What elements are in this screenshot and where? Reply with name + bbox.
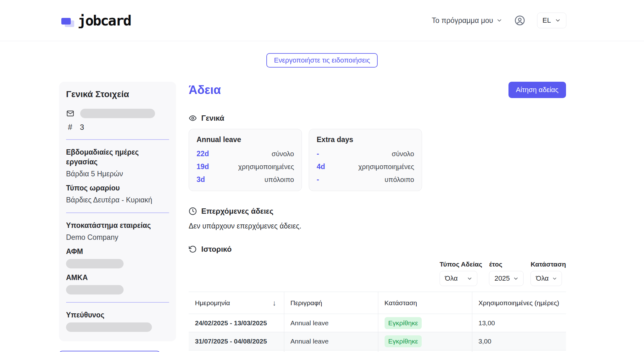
- enable-notifications-button[interactable]: Ενεργοποιήστε τις ειδοποιήσεις: [266, 53, 378, 68]
- top-navigation-bar: jobcard Το πρόγραμμα μου EL: [0, 0, 644, 41]
- remaining-label: υπόλοιπο: [264, 176, 294, 184]
- leave-type-filter-label: Τύπος Αδείας: [440, 261, 482, 268]
- total-value: -: [317, 150, 319, 158]
- main-header: Άδεια Αίτηση αδείας: [189, 82, 566, 98]
- redacted-amka-value: [66, 285, 124, 294]
- used-value: 4d: [317, 162, 325, 171]
- column-header-date[interactable]: Ημερομηνία ↓: [189, 292, 284, 314]
- total-label: σύνολο: [272, 150, 294, 158]
- schedule-type-label: Τύπος ωραρίου: [66, 183, 169, 193]
- column-header-status: Κατάσταση: [378, 292, 472, 314]
- year-select-value: 2025: [494, 274, 510, 283]
- general-section-heading: Γενικά: [189, 114, 566, 123]
- chevron-down-icon: [552, 276, 558, 282]
- table-header-row: Ημερομηνία ↓ Περιγραφή Κατάσταση Χρησιμο…: [189, 292, 566, 314]
- remaining-label: υπόλοιπο: [385, 176, 414, 184]
- divider: [66, 302, 169, 303]
- stat-row: - υπόλοιπο: [317, 175, 414, 184]
- leave-description: Extra days: [284, 350, 378, 352]
- program-menu[interactable]: Το πρόγραμμα μου: [432, 16, 502, 25]
- notification-row: Ενεργοποιήστε τις ειδοποιήσεις: [0, 53, 644, 68]
- chevron-down-icon: [513, 276, 519, 282]
- divider: [66, 139, 169, 140]
- leave-description: Annual leave: [284, 314, 378, 332]
- date-column-label: Ημερομηνία: [195, 299, 230, 307]
- days-used-value: 13,00: [472, 314, 566, 332]
- general-info-card: Γενικά Στοιχεία # 3 Εβδομαδιαίες ημέρες …: [59, 82, 176, 341]
- stat-row: 4d χρησιμοποιημένες: [317, 162, 414, 171]
- create-qr-code-button[interactable]: Δημιουργία QR code: [59, 351, 160, 352]
- status-badge-approved: Εγκρίθηκε: [385, 335, 422, 347]
- leave-type-filter: Τύπος Αδείας Όλα: [440, 261, 482, 286]
- language-selector[interactable]: EL: [537, 13, 566, 28]
- stat-row: 19d χρησιμοποιημένες: [197, 162, 294, 171]
- weekly-days-label: Εβδομαδιαίες ημέρες εργασίας: [66, 147, 169, 167]
- redacted-afm-value: [66, 259, 124, 268]
- used-value: 19d: [197, 162, 209, 171]
- status-select-value: Όλα: [536, 274, 548, 283]
- annual-leave-card: Annual leave 22d σύνολο 19d χρησιμοποιημ…: [189, 129, 302, 191]
- schedule-type-value: Βάρδιες Δευτέρα - Κυριακή: [66, 195, 169, 205]
- stat-row: 3d υπόλοιπο: [197, 175, 294, 184]
- total-label: σύνολο: [392, 150, 414, 158]
- year-select[interactable]: 2025: [489, 271, 524, 286]
- column-header-days-used: Χρησιμοποιημένες (ημέρες): [472, 292, 566, 314]
- days-used-value: 4,00: [472, 350, 566, 352]
- status-filter: Κατάσταση Όλα: [530, 261, 566, 286]
- table-row: 31/07/2025 - 04/08/2025 Annual leave Εγκ…: [189, 332, 566, 350]
- sidebar: Γενικά Στοιχεία # 3 Εβδομαδιαίες ημέρες …: [59, 82, 176, 352]
- account-button[interactable]: [514, 15, 525, 26]
- no-upcoming-leaves-text: Δεν υπάρχουν επερχόμενες άδειες.: [189, 222, 566, 230]
- redacted-manager-value: [66, 322, 152, 332]
- stat-row: - σύνολο: [317, 150, 414, 158]
- used-label: χρησιμοποιημένες: [358, 163, 414, 171]
- company-branch-label: Υποκατάστημα εταιρείας: [66, 221, 169, 230]
- logo-square-dark: [61, 18, 71, 25]
- email-row: [66, 109, 169, 118]
- sort-descending-icon[interactable]: ↓: [273, 299, 276, 307]
- eye-icon: [189, 114, 197, 122]
- column-header-description: Περιγραφή: [284, 292, 378, 314]
- status-select[interactable]: Όλα: [530, 271, 562, 286]
- weekly-days-value: Βάρδια 5 Ημερών: [66, 169, 169, 179]
- history-section-title: Ιστορικό: [201, 245, 232, 254]
- leave-type-select[interactable]: Όλα: [440, 271, 477, 286]
- topbar-right: Το πρόγραμμα μου EL: [432, 13, 566, 28]
- days-used-value: 3,00: [472, 332, 566, 350]
- year-filter-label: έτος: [489, 261, 524, 268]
- envelope-icon: [66, 110, 75, 117]
- manager-label: Υπεύθυνος: [66, 310, 169, 320]
- table-row: 24/02/2025 - 13/03/2025 Annual leave Εγκ…: [189, 314, 566, 332]
- leave-history-table: Ημερομηνία ↓ Περιγραφή Κατάσταση Χρησιμο…: [189, 292, 566, 352]
- history-icon: [189, 245, 197, 253]
- user-circle-icon: [514, 15, 525, 26]
- history-filters: Τύπος Αδείας Όλα έτος 2025 Κατάσταση Όλα: [189, 261, 566, 286]
- logo-text: jobcard: [78, 14, 131, 28]
- leave-date-range: 24/02/2025 - 13/03/2025: [189, 314, 284, 332]
- redacted-email-value: [80, 109, 155, 118]
- leave-summary-cards: Annual leave 22d σύνολο 19d χρησιμοποιημ…: [189, 129, 566, 191]
- card-title: Annual leave: [197, 135, 294, 144]
- jobcard-logo[interactable]: jobcard: [61, 14, 131, 28]
- clock-icon: [189, 207, 197, 215]
- general-section-title: Γενικά: [201, 114, 224, 123]
- stat-row: 22d σύνολο: [197, 150, 294, 158]
- history-section-heading: Ιστορικό: [189, 245, 566, 254]
- upcoming-section-title: Επερχόμενες άδειες: [201, 207, 273, 216]
- remaining-value: 3d: [197, 175, 205, 184]
- page-title: Άδεια: [189, 83, 221, 97]
- leave-date-range: 31/07/2025 - 04/08/2025: [189, 332, 284, 350]
- amka-label: ΑΜΚΑ: [66, 273, 169, 283]
- leave-type-select-value: Όλα: [445, 274, 458, 283]
- request-leave-button[interactable]: Αίτηση αδείας: [508, 82, 566, 98]
- chevron-down-icon: [555, 17, 561, 24]
- divider: [66, 212, 169, 213]
- company-branch-value: Demo Company: [66, 233, 169, 242]
- status-badge-approved: Εγκρίθηκε: [385, 317, 422, 329]
- year-filter: έτος 2025: [489, 261, 524, 286]
- extra-days-card: Extra days - σύνολο 4d χρησιμοποιημένες …: [309, 129, 422, 191]
- employee-number: 3: [80, 123, 84, 132]
- hash-icon: #: [66, 123, 74, 132]
- sidebar-title: Γενικά Στοιχεία: [66, 89, 169, 99]
- program-menu-label: Το πρόγραμμα μου: [432, 16, 493, 25]
